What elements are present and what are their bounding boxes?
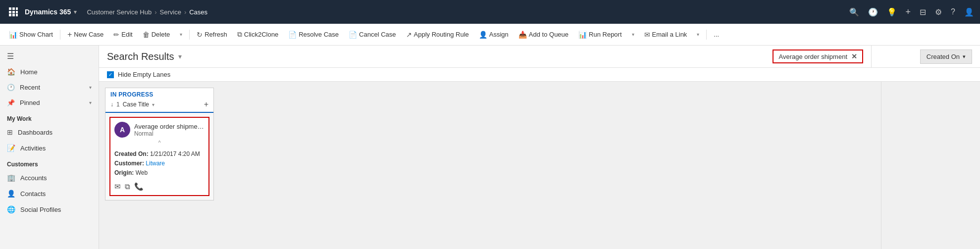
app-name: Dynamics 365 <box>25 8 71 16</box>
pinned-label: Pinned <box>20 99 84 106</box>
sidebar-item-activities[interactable]: 📝 Activities <box>0 140 99 156</box>
new-case-button[interactable]: + New Case <box>63 28 107 41</box>
activities-label: Activities <box>20 145 46 152</box>
column-add-button[interactable]: + <box>204 100 208 109</box>
filter-tag-close-button[interactable]: ✕ <box>851 52 857 60</box>
show-chart-icon: 📊 <box>9 31 17 39</box>
svg-rect-5 <box>16 11 18 13</box>
grid-icon[interactable] <box>6 4 21 19</box>
help-bulb-icon[interactable]: 💡 <box>887 7 897 17</box>
sidebar-item-recent[interactable]: 🕐 Recent ▾ <box>0 80 99 95</box>
svg-rect-3 <box>9 11 11 13</box>
card-priority: Normal <box>134 130 205 137</box>
card-clone-icon[interactable]: ⧉ <box>125 182 130 191</box>
svg-rect-1 <box>12 7 15 10</box>
sidebar: ☰ 🏠 Home 🕐 Recent ▾ 📌 Pinned ▾ My Work ⊞… <box>0 46 99 249</box>
nav-right-icons: 🔍 🕐 💡 + ⊟ ⚙ ? 👤 <box>849 7 974 17</box>
sub-toolbar: ✓ Hide Empty Lanes <box>99 68 980 82</box>
delete-icon: 🗑 <box>143 31 150 39</box>
run-report-chevron-button[interactable]: ▾ <box>628 30 638 39</box>
contacts-icon: 👤 <box>7 190 15 198</box>
apply-routing-button[interactable]: ↗ Apply Routing Rule <box>402 29 473 41</box>
sidebar-item-contacts[interactable]: 👤 Contacts <box>0 186 99 201</box>
svg-rect-0 <box>9 7 11 10</box>
svg-rect-8 <box>16 14 18 16</box>
settings-icon[interactable]: ⚙ <box>935 7 942 17</box>
search-icon[interactable]: 🔍 <box>849 7 859 17</box>
resolve-case-button[interactable]: 📄 Resolve Case <box>284 29 343 41</box>
accounts-label: Accounts <box>20 174 47 182</box>
customer-link[interactable]: Litware <box>146 160 165 167</box>
report-icon: 📊 <box>578 31 587 39</box>
contacts-label: Contacts <box>20 190 46 198</box>
sidebar-item-pinned[interactable]: 📌 Pinned ▾ <box>0 95 99 110</box>
card-actions: ✉ ⧉ 📞 <box>114 182 205 191</box>
routing-icon: ↗ <box>406 31 412 39</box>
pinned-chevron: ▾ <box>89 100 92 105</box>
search-filter-tag: Average order shipment ✕ <box>773 50 863 63</box>
created-on-sort-button[interactable]: Created On ▾ <box>920 50 972 64</box>
click2clone-button[interactable]: ⧉ Click2Clone <box>233 28 282 41</box>
recent-icon: 🕐 <box>7 84 15 91</box>
breadcrumb-separator-1: › <box>155 8 156 16</box>
recent-activity-icon[interactable]: 🕐 <box>868 7 878 17</box>
origin-field-label: Origin: <box>114 169 134 176</box>
delete-chevron-button[interactable]: ▾ <box>176 30 186 39</box>
assign-button[interactable]: 👤 Assign <box>475 29 513 41</box>
kanban-card[interactable]: A Average order shipment ti... Normal ^ <box>109 117 209 196</box>
hamburger-button[interactable]: ☰ <box>0 49 99 64</box>
card-phone-icon[interactable]: 📞 <box>134 182 144 191</box>
sidebar-item-accounts[interactable]: 🏢 Accounts <box>0 170 99 186</box>
sort-field-chevron[interactable]: ▾ <box>152 102 155 107</box>
edit-button[interactable]: ✏ Edit <box>109 29 136 41</box>
delete-button[interactable]: 🗑 Delete <box>139 29 174 41</box>
created-on-chevron: ▾ <box>963 53 966 60</box>
refresh-button[interactable]: ↻ Refresh <box>193 29 231 41</box>
cases-label[interactable]: Cases <box>189 8 207 16</box>
toolbar-separator-2 <box>189 30 190 40</box>
column-title: In Progress <box>110 91 208 98</box>
dashboards-icon: ⊞ <box>7 128 13 136</box>
svg-rect-2 <box>16 7 18 10</box>
sidebar-item-home[interactable]: 🏠 Home <box>0 64 99 80</box>
filter-tag-label: Average order shipment <box>778 53 847 60</box>
show-chart-button[interactable]: 📊 Show Chart <box>5 29 57 41</box>
profile-icon[interactable]: 👤 <box>964 7 974 17</box>
more-button[interactable]: ... <box>710 29 723 40</box>
hub-label[interactable]: Customer Service Hub <box>87 8 152 16</box>
service-label[interactable]: Service <box>160 8 181 16</box>
add-to-queue-button[interactable]: 📥 Add to Queue <box>515 29 572 41</box>
sidebar-item-social-profiles[interactable]: 🌐 Social Profiles <box>0 201 99 217</box>
card-avatar: A <box>114 122 130 138</box>
column-count: 1 <box>116 101 120 108</box>
kanban-area: In Progress ↓ 1 Case Title ▾ + <box>99 82 881 249</box>
page-title-chevron[interactable]: ▾ <box>178 52 182 60</box>
app-logo[interactable]: Dynamics 365 ▾ <box>25 8 77 16</box>
email-link-button[interactable]: ✉ Email a Link <box>640 29 691 41</box>
card-title-wrap: Average order shipment ti... Normal <box>134 123 205 137</box>
sidebar-item-dashboards[interactable]: ⊞ Dashboards <box>0 124 99 140</box>
new-record-icon[interactable]: + <box>906 7 911 17</box>
recent-label: Recent <box>20 84 84 91</box>
right-panel <box>881 82 980 249</box>
clone-icon: ⧉ <box>237 30 242 39</box>
email-link-chevron-button[interactable]: ▾ <box>693 30 703 39</box>
kanban-column-in-progress: In Progress ↓ 1 Case Title ▾ + <box>105 88 214 200</box>
card-expand-button[interactable]: ^ <box>114 138 205 148</box>
hide-empty-lanes-checkbox[interactable]: ✓ <box>107 71 114 78</box>
card-email-icon[interactable]: ✉ <box>114 182 121 191</box>
card-origin: Origin: Web <box>114 168 205 178</box>
run-report-button[interactable]: 📊 Run Report <box>574 29 625 41</box>
cancel-case-button[interactable]: 📄 Cancel Case <box>345 29 400 41</box>
main-layout: ☰ 🏠 Home 🕐 Recent ▾ 📌 Pinned ▾ My Work ⊞… <box>0 46 980 249</box>
svg-rect-7 <box>12 14 15 16</box>
question-icon[interactable]: ? <box>951 7 955 16</box>
my-work-title: My Work <box>0 110 99 124</box>
home-icon: 🏠 <box>7 68 15 76</box>
bottom-area: In Progress ↓ 1 Case Title ▾ + <box>99 82 980 249</box>
filter-icon[interactable]: ⊟ <box>920 7 926 17</box>
app-chevron[interactable]: ▾ <box>74 9 77 15</box>
activities-icon: 📝 <box>7 144 15 152</box>
top-navigation: Dynamics 365 ▾ Customer Service Hub › Se… <box>0 0 980 24</box>
hide-empty-label: Hide Empty Lanes <box>118 71 170 78</box>
